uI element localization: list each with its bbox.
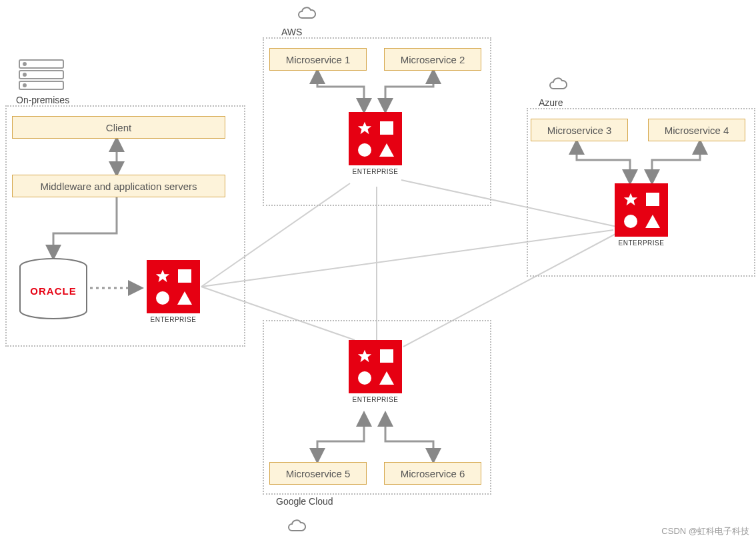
ms2-box: Microservice 2 <box>384 48 481 71</box>
circle-icon <box>358 143 371 157</box>
middleware-text: Middleware and application servers <box>40 181 197 192</box>
square-icon <box>380 121 393 135</box>
client-text: Client <box>106 122 131 133</box>
ms4-text: Microservice 4 <box>665 125 729 136</box>
triangle-icon <box>379 371 394 385</box>
enterprise-gcloud: ENTERPRISE <box>349 340 402 403</box>
svg-rect-21 <box>380 349 393 363</box>
enterprise-label: ENTERPRISE <box>349 168 402 175</box>
svg-point-16 <box>156 291 169 305</box>
circle-icon <box>624 215 637 228</box>
svg-point-20 <box>624 215 637 228</box>
svg-point-13 <box>23 84 26 87</box>
middleware-box: Middleware and application servers <box>12 175 225 197</box>
ms1-text: Microservice 1 <box>286 54 351 65</box>
oracle-text: ORACLE <box>30 285 76 297</box>
circle-icon <box>156 291 169 305</box>
enterprise-label: ENTERPRISE <box>147 316 200 323</box>
svg-point-9 <box>23 63 26 65</box>
star-icon <box>357 121 372 135</box>
oracle-database: ORACLE <box>17 257 89 320</box>
onprem-label: On-premises <box>13 95 72 105</box>
server-stack-icon <box>18 59 65 91</box>
svg-rect-19 <box>646 193 659 206</box>
watermark: CSDN @虹科电子科技 <box>661 525 749 537</box>
enterprise-label: ENTERPRISE <box>349 396 402 403</box>
ms4-box: Microservice 4 <box>648 119 745 141</box>
square-icon <box>178 269 191 283</box>
ms2-text: Microservice 2 <box>401 54 465 65</box>
client-box: Client <box>12 116 225 139</box>
square-icon <box>380 349 393 363</box>
svg-point-22 <box>358 371 371 385</box>
triangle-icon <box>645 215 660 228</box>
svg-point-18 <box>358 143 371 157</box>
enterprise-onprem: ENTERPRISE <box>147 260 200 323</box>
cloud-icon <box>548 77 568 91</box>
star-icon <box>623 192 638 207</box>
svg-point-11 <box>23 73 26 76</box>
ms6-text: Microservice 6 <box>401 468 465 479</box>
azure-label: Azure <box>536 97 566 108</box>
enterprise-aws: ENTERPRISE <box>349 112 402 175</box>
circle-icon <box>358 371 371 385</box>
enterprise-label: ENTERPRISE <box>615 239 668 247</box>
square-icon <box>646 193 659 206</box>
ms3-text: Microservice 3 <box>547 125 612 136</box>
cloud-icon <box>297 6 317 21</box>
gcloud-label: Google Cloud <box>273 496 336 507</box>
cloud-icon <box>287 519 307 533</box>
aws-label: AWS <box>279 27 305 37</box>
triangle-icon <box>177 291 192 305</box>
enterprise-azure: ENTERPRISE <box>615 183 668 247</box>
ms3-box: Microservice 3 <box>531 119 628 141</box>
star-icon <box>357 349 372 363</box>
ms5-box: Microservice 5 <box>269 462 367 485</box>
ms6-box: Microservice 6 <box>384 462 481 485</box>
svg-rect-15 <box>178 269 191 283</box>
ms1-box: Microservice 1 <box>269 48 367 71</box>
svg-rect-17 <box>380 121 393 135</box>
triangle-icon <box>379 143 394 157</box>
star-icon <box>155 269 170 283</box>
ms5-text: Microservice 5 <box>286 468 351 479</box>
